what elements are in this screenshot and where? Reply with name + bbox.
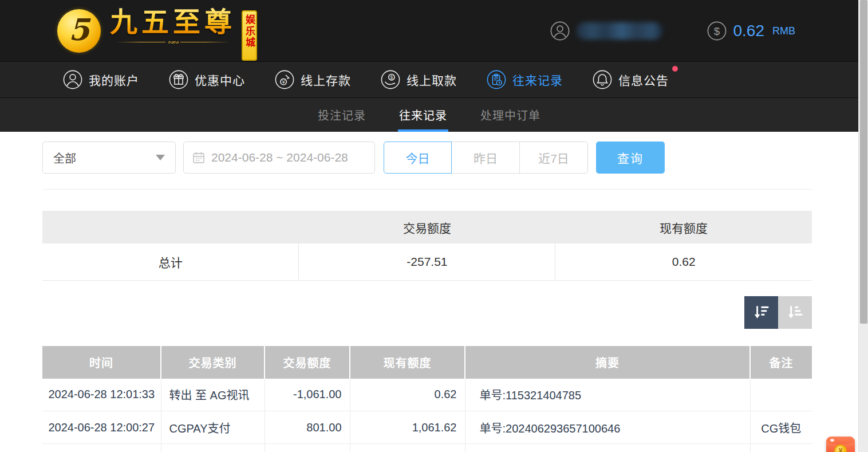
filter-row: 全部 2024-06-28 ~ 2024-06-28 今日 昨日: [42, 142, 812, 174]
summary-header-balance: 现有额度: [555, 211, 812, 243]
main-page: 5 九五至尊 ∾∾ 娱乐城: [0, 0, 858, 452]
summary-total-row: 总计 -257.51 0.62: [42, 243, 812, 280]
tab-pending-orders[interactable]: 处理中订单: [478, 98, 543, 132]
header-note: 备注: [750, 346, 812, 379]
logo-monogram: 5: [69, 15, 89, 45]
sort-descending-button[interactable]: [744, 296, 778, 329]
tab-bet-records[interactable]: 投注记录: [315, 98, 368, 132]
header-type: 交易类别: [161, 346, 265, 379]
summary-header-row: 交易额度 现有额度: [42, 211, 812, 243]
cell-summary: 单号:202406293657100646: [465, 411, 750, 444]
logo-flourish-ornament: ∾∾: [116, 38, 230, 46]
summary-balance: 0.62: [555, 243, 812, 280]
table-row: 2024-06-28 12:00:27 CGPAY支付 801.00 1,061…: [42, 411, 812, 444]
cell-type: CGPAY支付: [161, 411, 265, 444]
withdraw-icon: $: [381, 70, 400, 89]
sort-ascending-icon: [787, 304, 804, 321]
gold-coin-icon: ¥: [834, 445, 847, 452]
sort-ascending-button[interactable]: [778, 296, 812, 329]
cell-type: 转出 至 AG视讯: [161, 379, 265, 411]
sort-descending-icon: [753, 304, 770, 321]
nav-label: 线上取款: [407, 71, 457, 88]
header-summary: 摘要: [465, 346, 750, 379]
header-trade-amount: 交易额度: [265, 346, 350, 379]
cell-trade-amount: [265, 444, 350, 452]
cell-time: 2024-06-28 12:01:33: [42, 379, 161, 411]
table-row: 存款/汇款/扫码/: [42, 444, 812, 452]
summary-header-empty: [42, 211, 299, 243]
nav-item-announcements[interactable]: 信息公告: [593, 70, 669, 89]
cell-note: CG钱包: [750, 411, 812, 444]
section-divider: [42, 189, 812, 190]
main-navigation: 我的账户 优惠中心 ¥ 线上存款: [0, 62, 858, 98]
balance-display: $ 0.62 RMB: [707, 21, 796, 41]
cell-balance: 0.62: [350, 379, 465, 411]
header-time: 时间: [42, 346, 161, 379]
page-scrollbar[interactable]: [858, 0, 868, 452]
summary-header-trade-amount: 交易额度: [299, 211, 555, 243]
gift-icon: [169, 70, 188, 89]
header-balance: 现有额度: [350, 346, 465, 379]
username-blurred: [577, 22, 662, 40]
sparkle-highlight: [830, 439, 834, 442]
user-account-menu[interactable]: [550, 21, 662, 41]
svg-text:¥: ¥: [282, 79, 285, 85]
user-icon: [63, 70, 82, 89]
notification-dot: [672, 66, 678, 72]
cell-trade-amount: -1,061.00: [265, 379, 350, 411]
date-range-input[interactable]: 2024-06-28 ~ 2024-06-28: [183, 142, 375, 174]
range-button-yesterday[interactable]: 昨日: [452, 142, 520, 174]
cell-time: [42, 444, 161, 452]
nav-label: 我的账户: [89, 71, 139, 88]
records-icon: [487, 70, 506, 89]
nav-item-withdraw[interactable]: $ 线上取款: [381, 70, 457, 89]
summary-trade-amount: -257.51: [299, 243, 555, 280]
quick-range-group: 今日 昨日 近7日: [384, 142, 588, 174]
logo-medallion-icon: 5: [57, 9, 101, 53]
content-area: 全部 2024-06-28 ~ 2024-06-28 今日 昨日: [0, 132, 858, 452]
scrollbar-thumb[interactable]: [860, 0, 867, 324]
cell-summary: 单号:115321404785: [465, 379, 750, 411]
sort-controls: [42, 296, 812, 329]
cell-type: 存款/汇款/扫码/: [161, 444, 265, 452]
site-title: 九五至尊: [110, 7, 236, 37]
svg-text:$: $: [390, 74, 393, 80]
table-header-row: 时间 交易类别 交易额度 现有额度 摘要 备注: [42, 346, 812, 379]
nav-item-my-account[interactable]: 我的账户: [63, 70, 139, 89]
nav-label: 信息公告: [618, 71, 669, 88]
cell-balance: [350, 444, 465, 452]
cell-summary: [465, 444, 750, 452]
table-row: 2024-06-28 12:01:33 转出 至 AG视讯 -1,061.00 …: [42, 379, 812, 411]
nav-item-transaction-records[interactable]: 往来记录: [487, 70, 563, 89]
search-button[interactable]: 查询: [596, 142, 665, 174]
nav-label: 往来记录: [512, 71, 563, 88]
transactions-table: 时间 交易类别 交易额度 现有额度 摘要 备注 2024-06-28 12:01…: [42, 346, 812, 452]
nav-item-promotions[interactable]: 优惠中心: [169, 70, 245, 89]
nav-item-deposit[interactable]: ¥ 线上存款: [275, 70, 351, 89]
type-select[interactable]: 全部: [42, 142, 176, 174]
type-select-value: 全部: [53, 150, 156, 166]
top-header: 5 九五至尊 ∾∾ 娱乐城: [0, 0, 858, 62]
summary-table: 交易额度 现有额度 总计 -257.51 0.62: [42, 211, 812, 281]
nav-label: 优惠中心: [195, 71, 245, 88]
cell-trade-amount: 801.00: [265, 411, 350, 444]
site-logo[interactable]: 5 九五至尊 ∾∾ 娱乐城: [57, 7, 257, 61]
user-avatar-icon: [550, 21, 570, 41]
balance-amount: 0.62: [733, 22, 765, 40]
range-button-last7days[interactable]: 近7日: [520, 142, 588, 174]
calendar-icon: [192, 151, 206, 164]
red-envelope-promo-button[interactable]: ¥: [826, 437, 855, 452]
dollar-coin-icon: $: [707, 21, 727, 41]
cell-note: [750, 379, 812, 411]
chevron-down-icon: [156, 155, 165, 160]
page-viewport: 5 九五至尊 ∾∾ 娱乐城: [0, 0, 868, 452]
cell-balance: 1,061.62: [350, 411, 465, 444]
bell-icon: [593, 70, 612, 89]
nav-label: 线上存款: [301, 71, 351, 88]
tab-transaction-records[interactable]: 往来记录: [397, 98, 449, 132]
date-range-value: 2024-06-28 ~ 2024-06-28: [211, 151, 348, 164]
range-button-today[interactable]: 今日: [384, 142, 452, 174]
summary-total-label: 总计: [42, 243, 299, 280]
deposit-icon: ¥: [275, 70, 294, 89]
balance-currency: RMB: [772, 25, 795, 37]
